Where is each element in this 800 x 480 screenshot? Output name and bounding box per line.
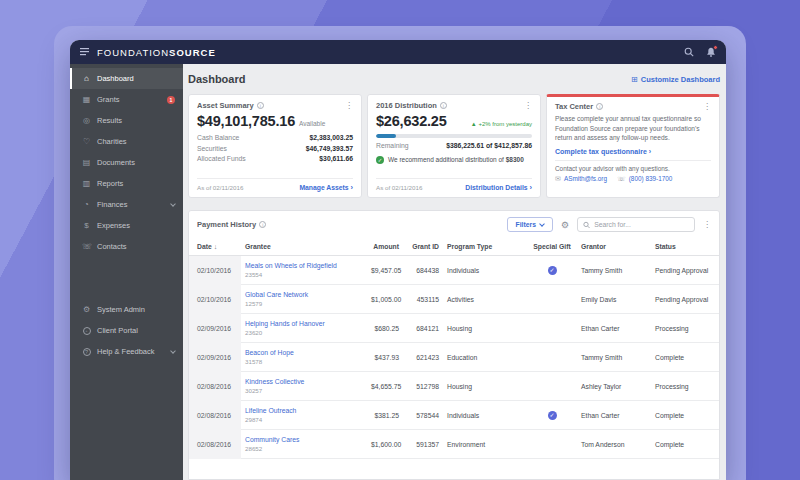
grantee-id: 31578	[245, 358, 262, 365]
sidebar: ⌂ Dashboard ▦ Grants 1 ◎ Results ♡ Chari…	[70, 64, 183, 480]
sidebar-item-label: Documents	[97, 158, 135, 167]
filters-button[interactable]: Filters	[507, 217, 553, 232]
grantee-link[interactable]: Beacon of Hope	[245, 349, 363, 358]
cell-grantor: Emily Davis	[577, 296, 651, 303]
cell-grantee: Global Care Network 12579	[241, 291, 367, 308]
grantee-id: 23554	[245, 271, 262, 278]
payment-history-card: Payment Historyi Filters ⚙ ⋮ Date ↓	[188, 210, 720, 480]
cell-amount: $437.93	[367, 354, 403, 361]
phone-icon: ☏	[617, 175, 626, 183]
grantee-link[interactable]: Lifeline Outreach	[245, 407, 363, 416]
sidebar-item-label: Grants	[97, 95, 120, 104]
layout-grid-icon: ⊞	[631, 75, 638, 84]
expenses-icon: $	[82, 221, 91, 230]
sidebar-item-documents[interactable]: ▤ Documents	[70, 152, 183, 173]
documents-icon: ▤	[82, 158, 91, 167]
info-icon[interactable]: i	[259, 221, 266, 228]
cell-amount: $4,655.75	[367, 383, 403, 390]
sidebar-item-system-admin[interactable]: ⚙ System Admin	[70, 299, 183, 320]
menu-collapse-icon[interactable]	[80, 48, 90, 56]
info-icon[interactable]: i	[596, 103, 603, 110]
column-header-grantor[interactable]: Grantor	[577, 243, 651, 250]
sidebar-item-reports[interactable]: ▥ Reports	[70, 173, 183, 194]
cell-grantee: Community Cares 28652	[241, 436, 367, 453]
search-input[interactable]	[594, 221, 689, 228]
cell-amount: $1,005.00	[367, 296, 403, 303]
cell-grantor: Ashley Taylor	[577, 383, 651, 390]
contacts-icon: ☏	[82, 242, 91, 251]
cell-date: 02/10/2016	[189, 256, 241, 285]
cell-program-type: Activities	[443, 296, 527, 303]
sidebar-item-finances[interactable]: ◔ Finances	[70, 194, 183, 215]
sidebar-item-contacts[interactable]: ☏ Contacts	[70, 236, 183, 257]
table-row[interactable]: 02/09/2016 Beacon of Hope 31578 $437.93 …	[189, 343, 719, 372]
table-row[interactable]: 02/09/2016 Helping Hands of Hanover 2362…	[189, 314, 719, 343]
distribution-card: 2016 Distributioni ⋮ $26,632.25 ▲ +2% fr…	[367, 94, 541, 198]
customize-dashboard-button[interactable]: ⊞ Customize Dashboard	[631, 75, 720, 84]
table-row[interactable]: 02/10/2016 Global Care Network 12579 $1,…	[189, 285, 719, 314]
manage-assets-link[interactable]: Manage Assets ›	[299, 183, 353, 192]
info-icon[interactable]: i	[440, 102, 447, 109]
column-header-grant-id[interactable]: Grant ID	[403, 243, 443, 250]
cell-grant-id: 512798	[403, 383, 443, 390]
cell-program-type: Individuals	[443, 412, 527, 419]
cell-special-gift: ✓	[527, 411, 577, 420]
column-header-date[interactable]: Date ↓	[189, 243, 241, 250]
table-row[interactable]: 02/08/2016 Community Cares 28652 $1,600.…	[189, 430, 719, 459]
remaining-row: Remaining $386,225.61 of $412,857.86	[376, 141, 532, 152]
advisor-phone-link[interactable]: ☏(800) 839-1700	[617, 175, 672, 183]
search-icon[interactable]	[684, 47, 694, 57]
info-icon[interactable]: i	[257, 102, 264, 109]
sidebar-item-label: Contacts	[97, 242, 127, 251]
sidebar-item-dashboard[interactable]: ⌂ Dashboard	[70, 68, 183, 89]
page-title: Dashboard	[188, 73, 245, 85]
sidebar-item-client-portal[interactable]: ◦ Client Portal	[70, 320, 183, 341]
kebab-menu-icon[interactable]: ⋮	[524, 102, 532, 110]
grantee-link[interactable]: Kindness Collective	[245, 378, 363, 387]
kebab-menu-icon[interactable]: ⋮	[345, 102, 353, 110]
advisor-email-link[interactable]: ✉ASmith@fs.org	[555, 175, 607, 183]
sidebar-item-charities[interactable]: ♡ Charities	[70, 131, 183, 152]
special-gift-check-icon: ✓	[548, 266, 557, 275]
as-of-date: As of 02/11/2016	[197, 184, 243, 191]
cell-date: 02/09/2016	[189, 343, 241, 372]
kebab-menu-icon[interactable]: ⋮	[703, 221, 711, 229]
cell-amount: $680.25	[367, 325, 403, 332]
column-header-grantee[interactable]: Grantee	[241, 243, 367, 250]
top-navigation-bar: FOUNDATIONSOURCE	[70, 40, 726, 64]
cell-date: 02/09/2016	[189, 314, 241, 343]
tax-center-title: Tax Centeri	[555, 102, 603, 111]
table-row[interactable]: 02/08/2016 Lifeline Outreach 29874 $381.…	[189, 401, 719, 430]
sidebar-item-help-feedback[interactable]: ? Help & Feedback	[70, 341, 183, 362]
chevron-down-icon	[170, 201, 176, 207]
table-search-box[interactable]	[577, 217, 695, 232]
table-row[interactable]: 02/08/2016 Kindness Collective 30257 $4,…	[189, 372, 719, 401]
system-admin-icon: ⚙	[82, 305, 91, 314]
table-row[interactable]: 02/10/2016 Meals on Wheels of Ridgefield…	[189, 256, 719, 285]
distribution-details-link[interactable]: Distribution Details ›	[465, 183, 532, 192]
sidebar-item-grants[interactable]: ▦ Grants 1	[70, 89, 183, 110]
gear-icon[interactable]: ⚙	[561, 220, 569, 230]
asset-summary-card: Asset Summaryi ⋮ $49,101,785.16 Availabl…	[188, 94, 362, 198]
tax-center-card: Tax Centeri ⋮ Please complete your annua…	[546, 94, 720, 198]
cell-grantee: Kindness Collective 30257	[241, 378, 367, 395]
grantee-link[interactable]: Community Cares	[245, 436, 363, 445]
sidebar-item-label: Charities	[97, 137, 127, 146]
grantee-link[interactable]: Helping Hands of Hanover	[245, 320, 363, 329]
cell-date: 02/08/2016	[189, 372, 241, 401]
column-header-special-gift[interactable]: Special Gift	[527, 243, 577, 250]
grantee-link[interactable]: Meals on Wheels of Ridgefield	[245, 262, 363, 271]
sidebar-item-expenses[interactable]: $ Expenses	[70, 215, 183, 236]
distribution-amount: $26,632.25	[376, 113, 447, 129]
grantee-id: 30257	[245, 387, 262, 394]
sidebar-item-results[interactable]: ◎ Results	[70, 110, 183, 131]
column-header-amount[interactable]: Amount	[367, 243, 403, 250]
column-header-program-type[interactable]: Program Type	[443, 243, 527, 250]
column-header-status[interactable]: Status	[651, 243, 719, 250]
notification-dot	[713, 45, 718, 50]
notifications-bell-icon[interactable]	[706, 47, 716, 57]
grantee-link[interactable]: Global Care Network	[245, 291, 363, 300]
sidebar-item-label: Results	[97, 116, 122, 125]
kebab-menu-icon[interactable]: ⋮	[703, 103, 711, 111]
complete-tax-questionnaire-link[interactable]: Complete tax questionnaire ›	[555, 148, 711, 155]
